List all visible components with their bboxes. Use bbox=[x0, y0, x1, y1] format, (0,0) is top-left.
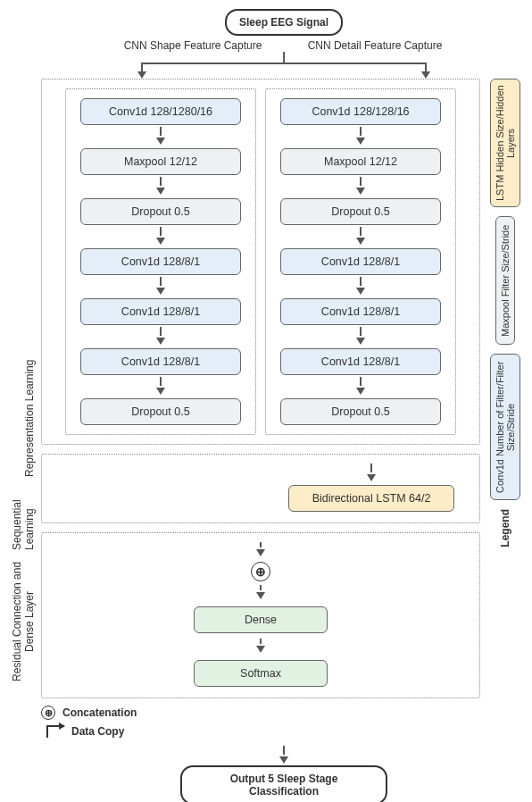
cnn-columns: Conv1d 128/1280/16 Maxpool 12/12 Dropout… bbox=[49, 88, 472, 435]
dropout-block: Dropout 0.5 bbox=[280, 198, 441, 225]
footnote-datacopy: Data Copy bbox=[41, 725, 525, 738]
output-row: Output 5 Sleep Stage Classification bbox=[43, 745, 525, 802]
dropout-block: Dropout 0.5 bbox=[80, 398, 241, 425]
output-node: Output 5 Sleep Stage Classification bbox=[180, 765, 387, 802]
split-connector bbox=[43, 52, 525, 79]
conv-block: Conv1d 128/8/1 bbox=[280, 348, 441, 375]
legend-column: LSTM Hidden Size/Hidden Layers Maxpool F… bbox=[480, 79, 525, 547]
footnotes: ⊕ Concatenation Data Copy bbox=[41, 706, 525, 738]
left-cnn-column: Conv1d 128/1280/16 Maxpool 12/12 Dropout… bbox=[65, 88, 256, 435]
arrow-icon bbox=[367, 464, 376, 483]
arrow-icon bbox=[356, 127, 365, 146]
legend-lstm: LSTM Hidden Size/Hidden Layers bbox=[490, 79, 520, 207]
footnote-concat-label: Concatenation bbox=[62, 706, 137, 719]
arrow-icon bbox=[156, 277, 165, 297]
conv-block: Conv1d 128/8/1 bbox=[80, 248, 241, 275]
arrow-icon bbox=[356, 227, 365, 246]
dense-block: Dense bbox=[194, 606, 328, 633]
dropout-block: Dropout 0.5 bbox=[280, 398, 441, 425]
side-label-residual: Residual Connection and Dense Layer bbox=[11, 559, 36, 684]
branch-labels: CNN Shape Feature Capture CNN Detail Fea… bbox=[43, 39, 525, 52]
arrow-icon bbox=[356, 177, 365, 196]
arrow-icon bbox=[256, 542, 265, 558]
conv-block: Conv1d 128/1280/16 bbox=[80, 98, 241, 125]
arrow-icon bbox=[256, 639, 265, 655]
diagram-root: Sleep EEG Signal CNN Shape Feature Captu… bbox=[0, 0, 532, 802]
sequential-section: Bidirectional LSTM 64/2 bbox=[41, 454, 480, 523]
right-cnn-column: Conv1d 128/128/16 Maxpool 12/12 Dropout … bbox=[265, 88, 456, 435]
arrow-icon bbox=[356, 377, 365, 397]
legend-conv: Conv1d Number of Filter/Filter Size/Stri… bbox=[490, 354, 520, 500]
footnote-datacopy-label: Data Copy bbox=[71, 725, 124, 738]
right-branch-label: CNN Detail Feature Capture bbox=[286, 39, 464, 52]
sections-column: Conv1d 128/1280/16 Maxpool 12/12 Dropout… bbox=[41, 79, 480, 698]
concat-node-icon: ⊕ bbox=[251, 562, 270, 581]
left-branch-label: CNN Shape Feature Capture bbox=[104, 39, 282, 52]
conv-block: Conv1d 128/8/1 bbox=[80, 298, 241, 325]
section-side-labels: Representation Learning Sequential Learn… bbox=[7, 79, 41, 684]
arrow-icon bbox=[279, 746, 288, 765]
conv-block: Conv1d 128/8/1 bbox=[80, 348, 241, 375]
arrow-icon bbox=[156, 377, 165, 397]
arrow-icon bbox=[256, 585, 265, 601]
conv-block: Conv1d 128/128/16 bbox=[280, 98, 441, 125]
side-label-sequential: Sequential Learning bbox=[11, 486, 36, 550]
arrow-icon bbox=[356, 327, 365, 347]
softmax-block: Softmax bbox=[194, 660, 328, 687]
arrow-icon bbox=[156, 177, 165, 196]
arrow-icon bbox=[156, 127, 165, 146]
legend-title: Legend bbox=[499, 509, 511, 547]
maxpool-block: Maxpool 12/12 bbox=[280, 148, 441, 175]
footnote-concat: ⊕ Concatenation bbox=[41, 706, 525, 720]
maxpool-block: Maxpool 12/12 bbox=[80, 148, 241, 175]
lstm-block: Bidirectional LSTM 64/2 bbox=[288, 485, 454, 512]
conv-block: Conv1d 128/8/1 bbox=[280, 248, 441, 275]
datacopy-symbol-icon bbox=[41, 725, 64, 738]
residual-section: ⊕ Dense Softmax bbox=[41, 532, 480, 698]
input-row: Sleep EEG Signal bbox=[43, 9, 525, 36]
arrow-icon bbox=[156, 327, 165, 347]
arrow-icon bbox=[156, 227, 165, 246]
concat-symbol-icon: ⊕ bbox=[41, 706, 55, 720]
main-area: Representation Learning Sequential Learn… bbox=[7, 79, 525, 698]
conv-block: Conv1d 128/8/1 bbox=[280, 298, 441, 325]
side-label-representation: Representation Learning bbox=[23, 79, 36, 477]
input-node: Sleep EEG Signal bbox=[225, 9, 343, 36]
representation-section: Conv1d 128/1280/16 Maxpool 12/12 Dropout… bbox=[41, 79, 480, 445]
dropout-block: Dropout 0.5 bbox=[80, 198, 241, 225]
arrow-icon bbox=[356, 277, 365, 297]
legend-maxpool: Maxpool Filter Size/Stride bbox=[495, 216, 515, 345]
